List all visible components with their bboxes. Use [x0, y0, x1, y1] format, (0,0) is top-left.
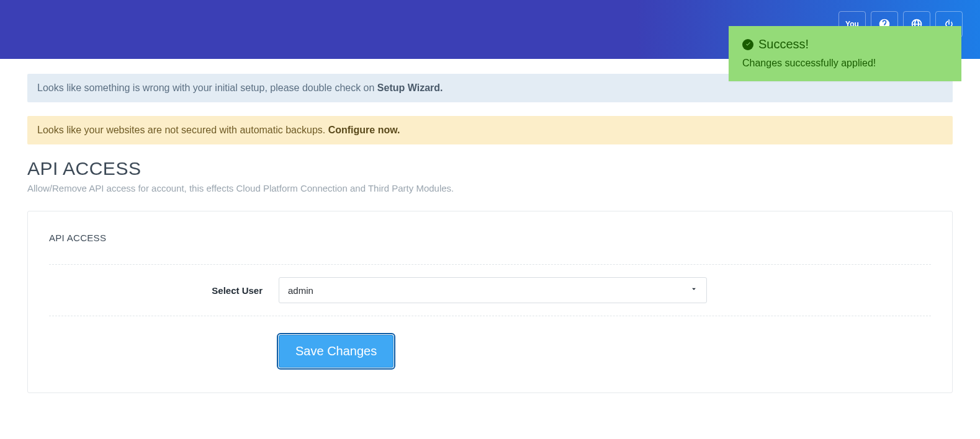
backup-alert-text: Looks like your websites are not secured…: [37, 125, 328, 135]
toast-title: Success!: [758, 37, 809, 51]
configure-now-link[interactable]: Configure now.: [328, 125, 400, 135]
check-circle-icon: [742, 39, 753, 50]
success-toast: Success! Changes successfully applied!: [729, 26, 961, 81]
page-content: Looks like something is wrong with your …: [0, 59, 980, 418]
save-changes-button[interactable]: Save Changes: [279, 335, 393, 368]
api-access-panel: API ACCESS Select User admin Save Change…: [27, 211, 953, 393]
panel-title: API ACCESS: [49, 233, 931, 264]
select-user-row: Select User admin: [49, 264, 931, 316]
toast-message: Changes successfully applied!: [742, 58, 948, 69]
select-user-dropdown[interactable]: admin: [279, 277, 707, 303]
select-user-label: Select User: [49, 285, 279, 296]
app-header: You Success! Changes successfully applie…: [0, 0, 980, 59]
page-subtitle: Allow/Remove API access for account, thi…: [27, 183, 953, 193]
setup-alert-text: Looks like something is wrong with your …: [37, 82, 377, 93]
setup-wizard-link[interactable]: Setup Wizard.: [377, 82, 443, 93]
page-title: API ACCESS: [27, 158, 953, 179]
backup-alert: Looks like your websites are not secured…: [27, 116, 953, 144]
